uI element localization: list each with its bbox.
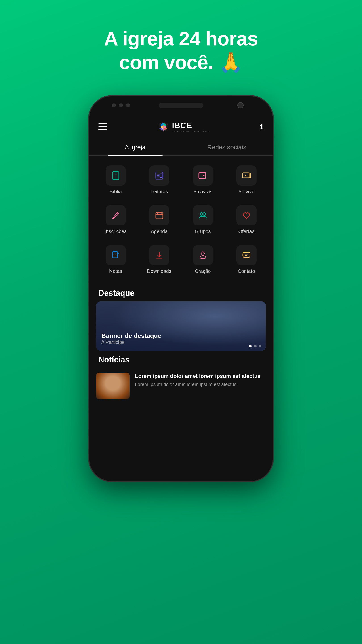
headline-line1: A igreja 24 horas	[104, 27, 258, 50]
tab-a-igreja[interactable]: A igreja	[89, 139, 181, 156]
app-title: IBCE	[172, 121, 209, 130]
menu-label-agenda: Agenda	[151, 228, 168, 234]
front-camera	[237, 102, 244, 108]
banner-dot-2	[254, 345, 257, 348]
news-description: Lorem ipsum dolor amet lorem ipsum est a…	[135, 381, 260, 387]
phone-mockup: IBCE IGREJA BATISTA DE CAMPOS ELÍSEOS 1 …	[89, 96, 273, 481]
menu-label-biblia: Bíblia	[109, 189, 122, 194]
downloads-icon-box	[149, 245, 169, 265]
menu-label-palavras: Palavras	[193, 189, 213, 194]
headline: A igreja 24 horas com você. 🙏	[104, 27, 258, 74]
banner-dots	[249, 345, 261, 348]
bible-icon-box	[106, 166, 126, 186]
news-item[interactable]: Lorem ipsum dolor amet lorem ipsum est a…	[89, 368, 273, 404]
notch-dots	[112, 103, 130, 107]
news-title: Lorem ipsum dolor amet lorem ipsum est a…	[135, 372, 260, 380]
svg-marker-17	[203, 175, 205, 176]
menu-item-ofertas[interactable]: Ofertas	[225, 200, 268, 240]
groups-icon	[198, 210, 208, 220]
ibce-logo	[158, 121, 169, 132]
menu-item-oracao[interactable]: Oração	[181, 240, 225, 280]
contact-icon	[242, 250, 251, 260]
banner-dot-1	[249, 345, 252, 348]
banner-dot-3	[259, 345, 261, 348]
menu-item-palavras[interactable]: Palavras	[181, 160, 225, 200]
menu-label-downloads: Downloads	[147, 268, 171, 274]
news-content: Lorem ipsum dolor amet lorem ipsum est a…	[135, 372, 260, 387]
notch-dot-3	[126, 103, 130, 107]
offers-icon-box	[236, 205, 257, 226]
app-header: IBCE IGREJA BATISTA DE CAMPOS ELÍSEOS 1	[89, 114, 273, 132]
groups-icon-box	[193, 205, 213, 226]
menu-item-downloads[interactable]: Downloads	[137, 240, 181, 280]
menu-label-ofertas: Ofertas	[238, 228, 254, 234]
prayer-icon	[198, 250, 208, 260]
notes-icon-box	[106, 245, 126, 265]
menu-label-leituras: Leituras	[150, 189, 168, 194]
menu-button[interactable]	[98, 124, 107, 130]
menu-label-grupos: Grupos	[195, 228, 211, 234]
phone-screen: IBCE IGREJA BATISTA DE CAMPOS ELÍSEOS 1 …	[89, 114, 273, 481]
downloads-icon	[154, 250, 164, 260]
svg-rect-15	[160, 174, 162, 177]
svg-rect-22	[156, 213, 163, 219]
svg-rect-33	[243, 252, 250, 258]
menu-item-leituras[interactable]: Leituras	[137, 160, 181, 200]
headline-area: A igreja 24 horas com você. 🙏	[104, 0, 258, 74]
svg-point-27	[203, 213, 206, 215]
news-thumb-face	[96, 372, 130, 399]
speaker	[159, 103, 203, 108]
svg-point-19	[245, 175, 247, 176]
menu-item-grupos[interactable]: Grupos	[181, 200, 225, 240]
destaque-section-title: Destaque	[89, 284, 273, 302]
menu-label-contato: Contato	[238, 268, 255, 274]
menu-grid: Bíblia Leituras	[89, 156, 273, 284]
contact-icon-box	[236, 245, 257, 265]
notch-dot-2	[119, 103, 123, 107]
agenda-icon-box	[149, 205, 169, 226]
tab-redes-sociais[interactable]: Redes sociais	[181, 139, 273, 156]
agenda-icon	[154, 210, 164, 220]
menu-label-ao-vivo: Ao vivo	[238, 189, 254, 194]
menu-label-oracao: Oração	[195, 268, 211, 274]
words-icon-box	[193, 166, 213, 186]
notification-count[interactable]: 1	[260, 123, 264, 131]
banner-title: Banner de destaque	[101, 332, 161, 340]
menu-item-notas[interactable]: Notas	[94, 240, 137, 280]
banner[interactable]: Banner de destaque // Participe	[96, 302, 266, 350]
svg-rect-28	[113, 252, 117, 258]
live-icon	[242, 170, 251, 180]
offers-icon	[242, 210, 251, 220]
readings-icon-box	[149, 166, 169, 186]
words-icon	[198, 170, 208, 180]
logo-area: IBCE IGREJA BATISTA DE CAMPOS ELÍSEOS	[158, 121, 209, 132]
logo-text-area: IBCE IGREJA BATISTA DE CAMPOS ELÍSEOS	[172, 121, 209, 132]
banner-text: Banner de destaque // Participe	[101, 332, 161, 345]
signup-icon	[111, 210, 121, 220]
notes-icon	[111, 250, 121, 260]
menu-item-contato[interactable]: Contato	[225, 240, 268, 280]
phone-shell: IBCE IGREJA BATISTA DE CAMPOS ELÍSEOS 1 …	[89, 96, 273, 481]
live-icon-box	[236, 166, 257, 186]
notch-bar	[89, 96, 273, 114]
banner-subtitle: // Participe	[101, 340, 161, 345]
news-thumbnail	[96, 372, 130, 399]
signup-icon-box	[106, 205, 126, 226]
bible-icon	[111, 170, 121, 180]
headline-line2: com você. 🙏	[104, 50, 258, 74]
noticias-section-title: Notícias	[89, 350, 273, 368]
menu-label-inscricoes: Inscrições	[105, 228, 127, 234]
readings-icon	[154, 170, 164, 180]
prayer-icon-box	[193, 245, 213, 265]
svg-point-26	[200, 213, 203, 215]
svg-line-20	[117, 213, 118, 214]
menu-item-agenda[interactable]: Agenda	[137, 200, 181, 240]
notch-dot-1	[112, 103, 116, 107]
tab-bar: A igreja Redes sociais	[89, 139, 273, 156]
app-subtitle: IGREJA BATISTA DE CAMPOS ELÍSEOS	[172, 130, 209, 132]
menu-label-notas: Notas	[109, 268, 122, 274]
menu-item-ao-vivo[interactable]: Ao vivo	[225, 160, 268, 200]
menu-item-inscricoes[interactable]: Inscrições	[94, 200, 137, 240]
menu-item-biblia[interactable]: Bíblia	[94, 160, 137, 200]
